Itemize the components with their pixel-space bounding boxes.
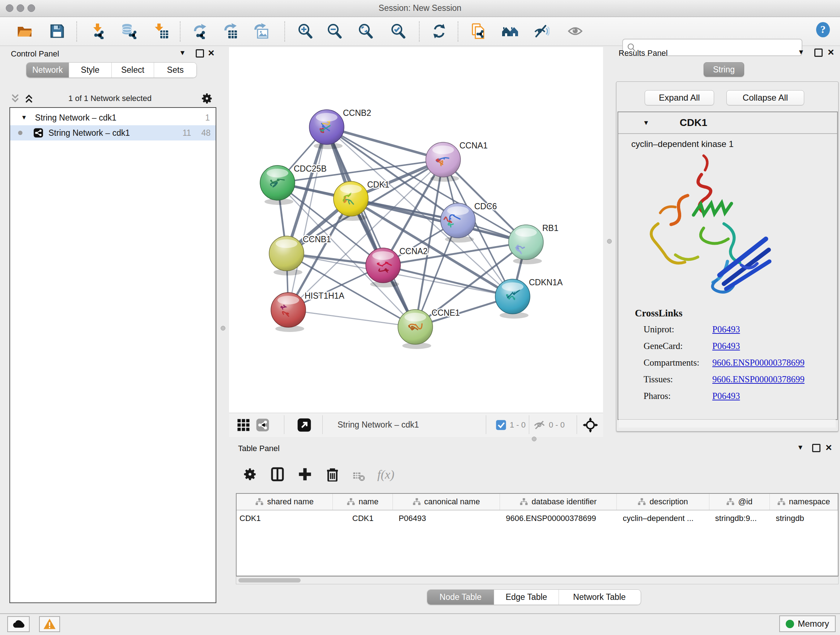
column-header-name[interactable]: name [333, 494, 393, 510]
table-horizontal-scrollbar[interactable] [236, 576, 838, 584]
network-node-RB1[interactable] [508, 225, 543, 264]
warning-status-button[interactable] [39, 616, 60, 632]
help-button[interactable]: ? [814, 21, 832, 40]
delete-column-button[interactable] [325, 467, 340, 483]
column-header-description[interactable]: description [617, 494, 709, 510]
zoom-out-button[interactable] [326, 22, 343, 41]
crosslink-value-link[interactable]: P06493 [712, 391, 740, 401]
network-node-HIST1H1A[interactable] [271, 293, 306, 332]
export-image-button[interactable] [253, 22, 270, 41]
network-edge[interactable] [288, 310, 415, 327]
results-panel-scrollbar[interactable] [619, 419, 836, 428]
scrollbar-thumb[interactable] [238, 578, 301, 583]
control-panel-close-icon[interactable]: × [208, 49, 215, 57]
network-canvas[interactable]: CCNB2CCNA1CDC25BCDK1CDC6RB1CCNB1CCNA2CDK… [229, 47, 603, 413]
tab-network[interactable]: Network [27, 63, 69, 78]
table-cell[interactable]: stringdb [770, 510, 838, 526]
table-cell[interactable]: cyclin–dependent ... [617, 510, 709, 526]
clone-network-button[interactable] [470, 22, 487, 41]
export-table-button[interactable] [222, 22, 239, 41]
expand-all-button[interactable]: Expand All [645, 90, 714, 105]
tab-edge-table[interactable]: Edge Table [494, 590, 559, 605]
network-options-gear-icon[interactable] [201, 92, 213, 105]
crosslink-value-link[interactable]: P06493 [712, 341, 740, 351]
tab-style[interactable]: Style [69, 63, 112, 78]
memory-button[interactable]: Memory [779, 616, 836, 632]
network-collection-row[interactable]: ▼ String Network – cdk1 1 [10, 108, 216, 125]
column-header-database-identifier[interactable]: database identifier [500, 494, 617, 510]
tab-node-table[interactable]: Node Table [427, 590, 494, 605]
table-cell[interactable]: stringdb:9... [709, 510, 770, 526]
export-network-button[interactable] [191, 22, 209, 41]
table-cell[interactable]: CDK1 [333, 510, 393, 526]
string-home-button[interactable] [501, 22, 518, 41]
column-header-namespace[interactable]: namespace [770, 494, 838, 510]
results-panel-close-icon[interactable]: × [828, 48, 834, 56]
protein-card-header[interactable]: ▼ CDK1 [618, 112, 837, 134]
cloud-status-button[interactable] [7, 616, 30, 632]
network-graph[interactable]: CCNB2CCNA1CDC25BCDK1CDC6RB1CCNB1CCNA2CDK… [229, 47, 603, 413]
left-splitter-handle[interactable] [221, 326, 225, 331]
zoom-selected-button[interactable] [390, 22, 407, 41]
open-in-window-icon[interactable] [297, 418, 311, 432]
network-node-CCNB1[interactable] [269, 236, 304, 276]
network-node-CDKN1A[interactable] [495, 279, 530, 318]
string-view-icon[interactable] [256, 418, 270, 432]
network-node-CCNE1[interactable] [398, 310, 433, 349]
show-columns-button[interactable] [270, 467, 285, 483]
delete-table-button[interactable] [353, 470, 365, 483]
zoom-in-button[interactable] [297, 22, 314, 41]
toolbar-separator [576, 415, 577, 434]
table-cell[interactable]: CDK1 [237, 510, 333, 526]
hide-glasses-button[interactable] [533, 22, 550, 41]
table-panel-close-icon[interactable]: × [826, 443, 832, 451]
import-table-button[interactable] [152, 22, 170, 41]
results-panel-collapse-icon[interactable]: ▼ [798, 48, 805, 56]
network-row[interactable]: String Network – cdk1 11 48 [10, 125, 216, 141]
column-header-@id[interactable]: @id [709, 494, 770, 510]
collapse-all-button[interactable]: Collapse All [726, 90, 804, 105]
zoom-fit-button[interactable] [357, 22, 374, 41]
refresh-button[interactable] [431, 22, 448, 41]
tab-string[interactable]: String [704, 62, 744, 77]
table-cell[interactable]: 9606.ENSP00000378699 [500, 510, 617, 526]
table-cell[interactable]: P06493 [393, 510, 500, 526]
collection-expand-icon[interactable]: ▼ [21, 114, 27, 121]
save-session-button[interactable] [49, 22, 66, 41]
network-node-CCNA1[interactable] [426, 142, 461, 182]
crosslink-value-link[interactable]: P06493 [712, 325, 740, 334]
birds-eye-view-icon[interactable] [583, 417, 598, 432]
right-splitter-handle[interactable] [607, 239, 612, 244]
network-edge[interactable] [288, 127, 327, 310]
grid-view-icon[interactable] [237, 418, 250, 432]
import-database-button[interactable] [120, 22, 137, 41]
import-network-button[interactable] [89, 22, 106, 41]
create-column-button[interactable] [298, 467, 312, 483]
crosslink-value-link[interactable]: 9606.ENSP00000378699 [712, 374, 805, 385]
eye-button[interactable] [567, 22, 584, 41]
table-panel-collapse-icon[interactable]: ▼ [797, 443, 804, 451]
hidden-eye-icon[interactable] [534, 419, 545, 431]
column-header-canonical-name[interactable]: canonical name [393, 494, 500, 510]
network-edge[interactable] [351, 199, 526, 242]
protein-collapse-icon[interactable]: ▼ [643, 119, 649, 127]
tab-network-table[interactable]: Network Table [559, 590, 640, 605]
memory-status-dot [786, 620, 794, 628]
network-node-CDC25B[interactable] [260, 165, 295, 205]
import-network-icon [90, 23, 106, 39]
function-builder-button[interactable]: f(x) [377, 468, 394, 481]
table-row[interactable]: CDK1CDK1P064939606.ENSP00000378699cyclin… [237, 510, 838, 526]
results-panel-float-icon[interactable] [814, 49, 823, 57]
tab-select[interactable]: Select [112, 63, 155, 78]
control-panel-collapse-icon[interactable]: ▼ [179, 49, 186, 57]
table-panel-float-icon[interactable] [812, 444, 821, 452]
column-header-shared-name[interactable]: shared name [237, 494, 333, 510]
control-panel-float-icon[interactable] [196, 49, 204, 57]
open-session-button[interactable] [16, 22, 33, 41]
table-settings-button[interactable] [243, 467, 257, 483]
network-node-CCNB2[interactable] [309, 110, 344, 149]
titlebar: Session: New Session [0, 0, 840, 17]
crosslink-value-link[interactable]: 9606.ENSP00000378699 [712, 358, 805, 368]
tab-sets[interactable]: Sets [154, 63, 196, 78]
selected-checkbox-icon[interactable] [496, 420, 507, 431]
